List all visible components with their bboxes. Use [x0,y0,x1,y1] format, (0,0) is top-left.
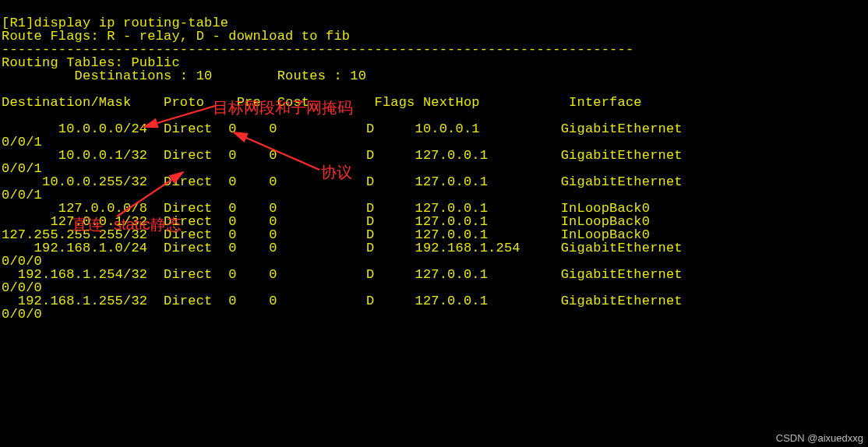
terminal-output: [R1]display ip routing-table Route Flags… [0,13,868,321]
watermark: CSDN @aixuedxxg [776,432,863,444]
